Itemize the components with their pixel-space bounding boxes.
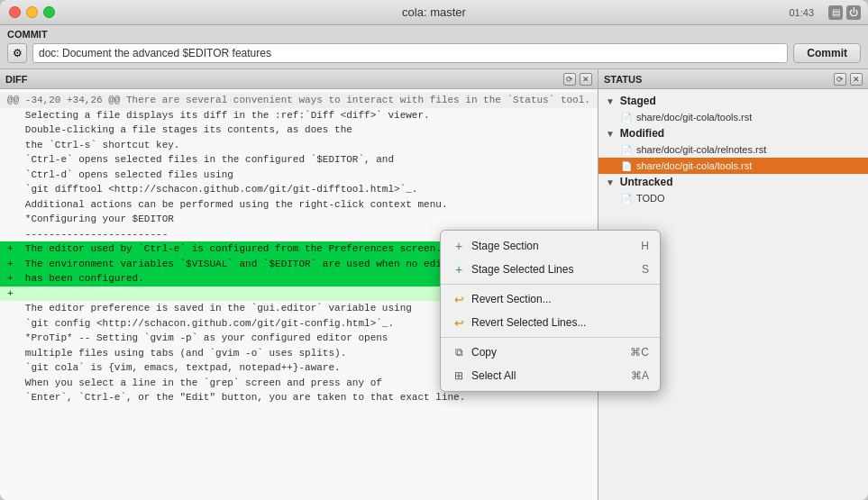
diff-panel-close-btn[interactable]: ✕ (580, 73, 592, 86)
wifi-icon: ▤ (828, 5, 843, 20)
status-item-path: share/doc/git-cola/tools.rst (636, 160, 752, 171)
menu-item-label: Stage Section (471, 240, 641, 252)
maximize-button[interactable] (43, 6, 55, 18)
file-status-icon: 📄 (620, 111, 633, 123)
expand-icon: ▼ (606, 129, 615, 139)
status-group-label: Modified (620, 127, 664, 140)
diff-panel-label: Diff (5, 74, 27, 85)
context-menu: + Stage Section H + Stage Selected Lines… (440, 230, 661, 392)
menu-item-shortcut: ⌘C (630, 346, 649, 359)
diff-line: Selecting a file displays its diff in th… (0, 108, 598, 123)
main-content: Diff ⟳ ✕ @@ -34,20 +34,26 @@ There are s… (0, 69, 868, 500)
status-panel-close-btn[interactable]: ✕ (850, 73, 863, 86)
menu-item-copy[interactable]: ⧉ Copy ⌘C (441, 341, 660, 364)
menu-item-label: Stage Selected Lines (471, 263, 642, 276)
status-item[interactable]: 📄share/doc/git-cola/tools.rst (598, 109, 868, 125)
status-group-label: Staged (620, 95, 656, 107)
status-item[interactable]: 📄share/doc/git-cola/relnotes.rst (598, 141, 868, 158)
file-status-icon: 📄 (620, 192, 633, 205)
menu-item-shortcut: H (641, 240, 649, 252)
minimize-button[interactable] (26, 6, 38, 18)
menu-item-select-all[interactable]: ⊞ Select All ⌘A (441, 364, 660, 387)
revert-icon: ↩ (452, 292, 466, 306)
stage-icon: + (452, 262, 466, 277)
menu-item-label: Revert Selected Lines... (471, 316, 649, 329)
status-item[interactable]: 📄share/doc/git-cola/tools.rst (598, 158, 868, 174)
title-bar-icons: ▤ ⏻ (828, 5, 861, 20)
status-group-header: ▼Staged (598, 93, 868, 109)
revert-icon: ↩ (452, 315, 466, 330)
status-item-path: share/doc/git-cola/relnotes.rst (636, 144, 766, 155)
diff-line: `Ctrl-d` opens selected files using (0, 168, 598, 183)
window-title: cola: master (402, 5, 466, 19)
power-icon: ⏻ (846, 5, 861, 20)
status-panel-header: Status ⟳ ✕ (598, 69, 868, 89)
status-item[interactable]: 📄TODO (598, 190, 868, 206)
status-group-header: ▼Modified (598, 125, 868, 141)
diff-line: `Ctrl-e` opens selected files in the con… (0, 152, 598, 168)
diff-line: @@ -34,20 +34,26 @@ There are several co… (0, 93, 598, 108)
commit-label: Commit (7, 29, 861, 40)
file-status-icon: 📄 (620, 159, 633, 172)
copy-icon: ⊞ (452, 368, 466, 383)
status-group-header: ▼Untracked (598, 174, 868, 190)
commit-settings-button[interactable]: ⚙ (7, 43, 27, 63)
menu-item-label: Select All (471, 369, 631, 382)
menu-item-revert-section[interactable]: ↩ Revert Section... (441, 287, 660, 311)
status-group-label: Untracked (620, 176, 673, 188)
diff-line: `Enter`, `Ctrl-e`, or the "Edit" button,… (0, 390, 598, 405)
menu-item-label: Copy (471, 346, 630, 359)
menu-item-stage-selected-lines[interactable]: + Stage Selected Lines S (441, 258, 660, 281)
file-status-icon: 📄 (620, 143, 633, 156)
title-bar: cola: master 01:43 ▤ ⏻ (0, 0, 868, 25)
menu-item-label: Revert Section... (471, 293, 649, 305)
diff-panel-refresh-btn[interactable]: ⟳ (563, 73, 576, 86)
diff-line: `git difftool <http://schacon.github.com… (0, 182, 598, 197)
status-item-path: share/doc/git-cola/tools.rst (636, 112, 752, 123)
menu-item-stage-section[interactable]: + Stage Section H (441, 234, 660, 258)
commit-row: ⚙ Commit (7, 43, 861, 63)
commit-message-input[interactable] (32, 43, 788, 63)
window-time: 01:43 (789, 7, 814, 18)
status-panel-label: Status (604, 74, 642, 85)
menu-item-revert-selected-lines[interactable]: ↩ Revert Selected Lines... (441, 311, 660, 334)
commit-section: Commit ⚙ Commit (0, 25, 868, 69)
status-panel-controls: ⟳ ✕ (834, 73, 863, 86)
menu-separator (441, 337, 660, 338)
copy-icon: ⧉ (452, 345, 466, 359)
status-item-path: TODO (636, 193, 665, 204)
menu-separator (441, 284, 660, 285)
diff-line: the `Ctrl-s` shortcut key. (0, 138, 598, 153)
diff-panel-controls: ⟳ ✕ (563, 73, 592, 86)
app-window: Commit ⚙ Commit Diff ⟳ ✕ @@ -34,20 +34,2… (0, 25, 868, 500)
expand-icon: ▼ (606, 96, 615, 106)
menu-item-shortcut: S (642, 263, 649, 276)
stage-icon: + (452, 239, 466, 253)
gear-icon: ⚙ (13, 47, 23, 59)
commit-button[interactable]: Commit (793, 43, 861, 63)
expand-icon: ▼ (606, 177, 615, 187)
diff-line: Additional actions can be performed usin… (0, 197, 598, 213)
diff-panel-header: Diff ⟳ ✕ (0, 69, 598, 89)
window-controls (0, 6, 55, 18)
close-button[interactable] (9, 6, 21, 18)
menu-item-shortcut: ⌘A (631, 369, 649, 382)
diff-line: *Configuring your $EDITOR (0, 212, 598, 227)
status-panel-refresh-btn[interactable]: ⟳ (834, 73, 846, 86)
diff-line: Double-clicking a file stages its conten… (0, 123, 598, 138)
